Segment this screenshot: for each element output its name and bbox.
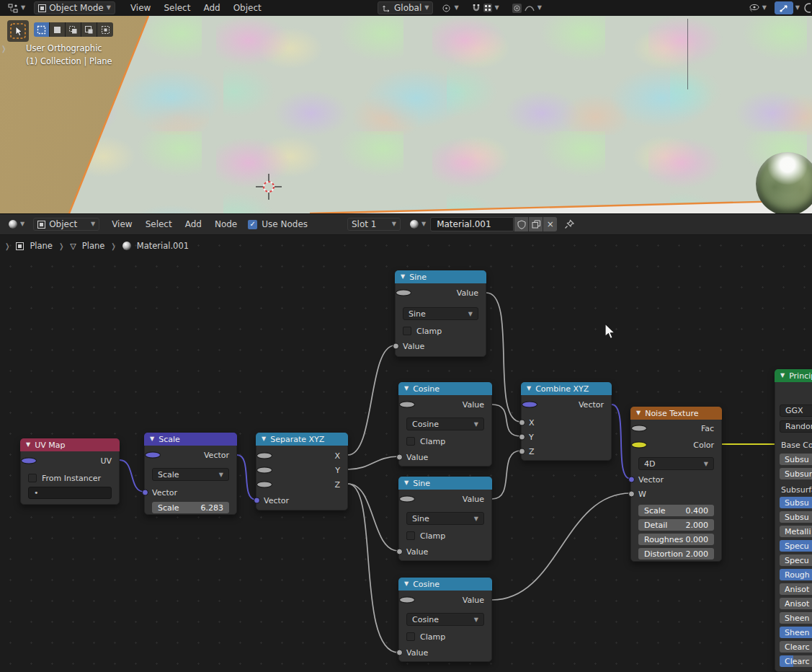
principled-row-anisot[interactable]: Anisot [780, 598, 812, 609]
noise-detail-slider[interactable]: Detail2.000 [638, 519, 714, 531]
clamp-checkbox[interactable] [406, 531, 415, 540]
principled-row-clearc[interactable]: Clearc [780, 641, 812, 653]
shader-type-dropdown[interactable]: Object ▼ [33, 218, 99, 231]
snapping-button[interactable]: ▼ [468, 1, 504, 14]
menu-view[interactable]: View [105, 219, 138, 229]
operation-dropdown[interactable]: Cosine▼ [406, 417, 484, 430]
operation-dropdown[interactable]: Sine▼ [403, 307, 478, 320]
collapse-icon[interactable]: ▼ [636, 410, 641, 416]
dimensions-dropdown[interactable]: 4D▼ [638, 457, 714, 470]
uv-map-selector[interactable]: • [28, 487, 112, 499]
select-mode-intersect[interactable] [97, 22, 113, 37]
scale-value-slider[interactable]: Scale6.283 [152, 502, 229, 513]
node-vector-math-scale[interactable]: ▼Scale Vector Scale▼ Vector Scale6.283 [144, 433, 237, 515]
principled-row-specu[interactable]: Specu [780, 540, 812, 552]
value-output-socket[interactable] [399, 597, 415, 604]
vector-input-socket[interactable] [254, 498, 260, 504]
node-separate-xyz[interactable]: ▼Separate XYZ X Y Z Vector [256, 433, 348, 510]
proportional-edit-button[interactable]: ▼ [508, 1, 546, 14]
pin-icon[interactable] [564, 219, 575, 230]
breadcrumb-expand-arrow[interactable]: ❭ [4, 242, 10, 250]
y-output-socket[interactable] [256, 467, 272, 474]
principled-row-anisot[interactable]: Anisot [780, 583, 812, 595]
sidebar-toggle-arrow[interactable]: ❭ [1, 45, 6, 53]
viewport-3d[interactable]: User Orthographic (1) Collection | Plane… [0, 16, 812, 213]
uv-output-socket[interactable] [21, 458, 37, 464]
breadcrumb-mesh[interactable]: Plane [82, 241, 105, 251]
node-header[interactable]: ▼UV Map [20, 438, 120, 451]
node-header[interactable]: ▼Sine [398, 477, 492, 490]
collapse-icon[interactable]: ▼ [404, 386, 409, 392]
menu-add[interactable]: Add [197, 3, 226, 13]
node-header[interactable]: ▼Combine XYZ [521, 382, 612, 395]
clamp-checkbox[interactable] [403, 327, 411, 335]
active-tool-button[interactable] [7, 20, 29, 42]
select-mode-invert[interactable] [81, 22, 97, 37]
value-input-socket[interactable] [393, 343, 399, 350]
principled-row-subsu[interactable]: Subsu [780, 497, 812, 508]
pivot-point-button[interactable]: ▼ [437, 1, 463, 14]
menu-view[interactable]: View [124, 3, 157, 13]
operation-dropdown[interactable]: Cosine▼ [406, 613, 484, 626]
y-input-socket[interactable] [519, 434, 525, 441]
principled-row-subsurf[interactable]: Subsurf [780, 468, 812, 479]
collapse-icon[interactable]: ▼ [404, 480, 409, 486]
value-input-socket[interactable] [396, 650, 403, 656]
node-math-sine-2[interactable]: ▼Sine Value Sine▼ Clamp Value [398, 477, 492, 561]
menu-select[interactable]: Select [139, 219, 179, 229]
gizmos-toggle[interactable] [775, 1, 793, 14]
breadcrumb-material[interactable]: Material.001 [137, 241, 189, 251]
collapse-icon[interactable]: ▼ [262, 436, 266, 442]
z-output-socket[interactable] [256, 482, 272, 488]
editor-type-button[interactable]: ▼ [4, 1, 30, 14]
node-uv-map[interactable]: ▼UV Map UV From Instancer • [20, 438, 120, 505]
principled-row-subsu[interactable]: Subsu [780, 511, 812, 523]
node-noise-texture[interactable]: ▼Noise Texture Fac Color 4D▼ Vector W Sc… [630, 407, 722, 562]
overlays-icon[interactable] [803, 3, 811, 13]
color-output-socket[interactable] [631, 442, 647, 448]
w-input-socket[interactable] [628, 491, 635, 498]
use-nodes-toggle[interactable]: ✓ Use Nodes [248, 219, 308, 229]
node-header[interactable]: ▼Cosine [398, 382, 492, 395]
menu-add[interactable]: Add [179, 219, 208, 229]
editor-type-button-shader[interactable]: ▼ [4, 218, 29, 231]
x-input-socket[interactable] [519, 420, 525, 426]
noise-distortion-slider[interactable]: Distortion2.000 [638, 548, 714, 560]
menu-select[interactable]: Select [157, 3, 197, 13]
principled-row-metalli[interactable]: Metalli [780, 526, 812, 537]
select-mode-extend[interactable] [50, 22, 66, 37]
value-output-socket[interactable] [396, 290, 411, 296]
node-header[interactable]: ▼Sine [395, 270, 486, 283]
vector-input-socket[interactable] [628, 477, 635, 483]
cursor-3d[interactable] [255, 173, 282, 200]
value-input-socket[interactable] [396, 454, 403, 461]
new-material-button[interactable] [528, 217, 543, 231]
node-math-cosine-1[interactable]: ▼Cosine Value Cosine▼ Clamp Value [398, 382, 492, 467]
noise-scale-slider[interactable]: Scale0.400 [638, 505, 714, 516]
fac-output-socket[interactable] [631, 425, 647, 432]
x-output-socket[interactable] [256, 453, 272, 459]
node-math-sine-1[interactable]: ▼Sine Value Sine▼ Clamp Value [395, 270, 486, 357]
principled-row-specu[interactable]: Specu [780, 554, 812, 566]
node-header[interactable]: ▼Separate XYZ [256, 433, 348, 446]
clamp-checkbox[interactable] [406, 632, 415, 641]
node-principled-bsdf[interactable]: ▼Princip GGXRandomBase ColSubsuSubsurfSu… [775, 369, 812, 672]
vector-output-socket[interactable] [522, 402, 537, 408]
operation-dropdown[interactable]: Sine▼ [406, 512, 484, 525]
unlink-material-button[interactable]: × [543, 217, 557, 231]
clamp-checkbox[interactable] [406, 437, 415, 446]
reflective-sphere-object[interactable] [756, 152, 812, 213]
node-math-cosine-2[interactable]: ▼Cosine Value Cosine▼ Clamp Value [398, 578, 492, 662]
z-input-socket[interactable] [519, 448, 525, 455]
vector-output-socket[interactable] [145, 452, 161, 459]
orientation-dropdown[interactable]: Global ▼ [378, 1, 433, 14]
select-mode-subtract[interactable] [66, 22, 81, 37]
collapse-icon[interactable]: ▼ [404, 581, 409, 587]
collapse-icon[interactable]: ▼ [401, 274, 405, 280]
select-mode-new[interactable] [34, 22, 50, 37]
node-header[interactable]: ▼Cosine [398, 578, 492, 591]
node-header[interactable]: ▼Scale [144, 433, 237, 446]
value-output-socket[interactable] [399, 496, 415, 503]
menu-node[interactable]: Node [208, 219, 244, 229]
fake-user-button[interactable] [514, 217, 528, 231]
